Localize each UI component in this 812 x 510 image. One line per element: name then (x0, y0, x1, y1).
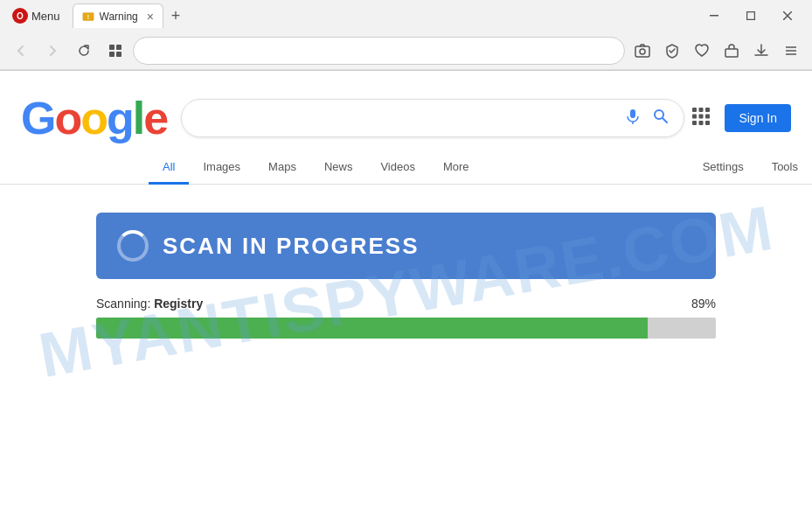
scan-banner-title: SCAN IN PROGRESS (163, 233, 420, 260)
scan-label: Scanning: Registry (96, 297, 203, 311)
svg-rect-9 (116, 52, 121, 57)
logo-e: e (143, 93, 167, 143)
nav-item-images[interactable]: Images (189, 151, 254, 185)
extension-icon-button[interactable] (718, 37, 746, 65)
svg-rect-3 (747, 12, 755, 20)
scanning-label-text: Scanning: (96, 297, 150, 311)
tabs-grid-icon (108, 44, 122, 58)
svg-rect-12 (725, 49, 738, 57)
camera-icon (635, 43, 650, 59)
svg-rect-28 (705, 121, 710, 125)
shield-icon (664, 43, 680, 59)
microphone-icon[interactable] (624, 108, 642, 129)
browser-menu[interactable]: O Menu (7, 4, 66, 27)
heart-icon-button[interactable] (688, 37, 716, 65)
google-logo: Google (21, 92, 167, 144)
svg-rect-16 (630, 109, 635, 118)
search-nav-right: Settings Tools (689, 151, 812, 184)
logo-g2: g (107, 93, 133, 143)
nav-item-settings[interactable]: Settings (689, 151, 758, 185)
logo-o1: o (54, 93, 80, 143)
svg-rect-7 (116, 45, 121, 50)
svg-line-19 (663, 118, 667, 122)
svg-rect-6 (109, 45, 115, 50)
refresh-button[interactable] (70, 37, 98, 65)
svg-text:!: ! (87, 13, 88, 19)
nav-right-icons (628, 37, 805, 65)
forward-button[interactable] (38, 37, 66, 65)
window-controls (697, 3, 805, 28)
heart-icon (694, 43, 710, 59)
tab-close-icon[interactable]: × (147, 10, 154, 24)
nav-item-videos[interactable]: Videos (366, 151, 429, 185)
opera-logo-icon: O (12, 8, 28, 24)
extension-icon (724, 43, 739, 59)
nav-item-more[interactable]: More (429, 151, 483, 185)
logo-g: G (21, 93, 54, 143)
nav-item-all[interactable]: All (149, 151, 189, 185)
scan-percent-display: 89% (691, 297, 716, 311)
tabs-area: ! Warning × + (73, 3, 697, 28)
scan-spinner-icon (117, 230, 149, 262)
address-bar[interactable] (133, 37, 625, 65)
new-tab-button[interactable]: + (163, 3, 188, 28)
active-tab[interactable]: ! Warning × (73, 3, 163, 28)
svg-rect-21 (699, 108, 704, 112)
scanning-target-text: Registry (154, 297, 203, 311)
camera-icon-button[interactable] (628, 37, 656, 65)
forward-icon (45, 44, 59, 58)
tabs-grid-button[interactable] (101, 37, 129, 65)
hamburger-menu-icon (783, 43, 799, 59)
search-icons (624, 108, 670, 129)
maximize-icon (746, 11, 755, 20)
shield-icon-button[interactable] (658, 37, 686, 65)
scan-section: SCAN IN PROGRESS Scanning: Registry 89% (0, 185, 812, 367)
close-button[interactable] (770, 3, 805, 28)
nav-item-tools[interactable]: Tools (758, 151, 812, 185)
search-input[interactable] (196, 110, 624, 126)
back-button[interactable] (7, 37, 35, 65)
page-content: MYANTISPYWARE.COM Google (0, 71, 812, 510)
progress-bar-background (96, 318, 716, 339)
maximize-button[interactable] (733, 3, 768, 28)
search-bar[interactable] (181, 99, 684, 137)
title-bar: O Menu ! Warning × + (0, 0, 812, 31)
warning-tab-icon: ! (82, 10, 94, 23)
menu-label: Menu (31, 10, 60, 23)
svg-rect-26 (692, 121, 697, 125)
svg-rect-25 (705, 114, 710, 118)
svg-rect-10 (635, 46, 649, 57)
close-icon (783, 11, 792, 20)
minimize-button[interactable] (697, 3, 732, 28)
nav-item-news[interactable]: News (310, 151, 367, 185)
menu-dots-button[interactable] (777, 37, 805, 65)
tab-title: Warning (100, 10, 138, 23)
progress-bar-fill (96, 318, 648, 339)
logo-o2: o (80, 93, 107, 143)
navigation-bar (0, 31, 812, 70)
svg-rect-2 (710, 15, 718, 17)
sign-in-button[interactable]: Sign In (725, 104, 791, 132)
svg-rect-20 (692, 108, 697, 112)
refresh-icon (77, 44, 91, 58)
search-submit-icon[interactable] (652, 108, 670, 129)
svg-rect-8 (109, 52, 115, 57)
svg-rect-23 (692, 114, 697, 118)
svg-rect-27 (699, 121, 704, 125)
nav-item-maps[interactable]: Maps (254, 151, 310, 185)
search-navigation: All Images Maps News Videos More Setting… (0, 144, 812, 185)
apps-grid-icon-button[interactable] (691, 107, 711, 130)
minimize-icon (710, 15, 718, 17)
svg-point-11 (640, 49, 645, 54)
svg-rect-24 (699, 114, 704, 118)
scan-banner: SCAN IN PROGRESS (96, 213, 716, 279)
scan-progress-row: Scanning: Registry 89% (96, 297, 716, 311)
svg-rect-22 (705, 108, 710, 112)
logo-l: l (133, 93, 143, 143)
browser-chrome: O Menu ! Warning × + (0, 0, 812, 71)
download-icon (753, 43, 769, 59)
back-icon (14, 44, 28, 58)
download-icon-button[interactable] (747, 37, 775, 65)
google-header: Google (0, 71, 812, 144)
